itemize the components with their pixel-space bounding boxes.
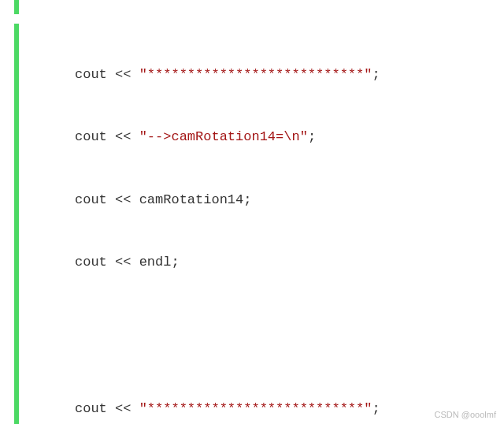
string-literal: "***************************" [139,401,372,416]
semicolon: ; [171,255,179,270]
keyword-cout: cout [75,192,107,207]
code-line: cout << "***************************"; [75,399,380,420]
semicolon: ; [372,67,380,82]
keyword-cout: cout [75,67,107,82]
operator-lshift: << [115,192,131,207]
gutter-segment [14,24,19,424]
code-line: cout << "-->camRotation14=\n"; [75,127,380,148]
keyword-cout: cout [75,255,107,270]
identifier: camRotation14 [139,192,244,207]
keyword-cout: cout [75,129,107,144]
blank-line [75,315,380,337]
watermark: CSDN @ooolmf [435,410,496,419]
code-line: cout << "***************************"; [75,65,380,86]
operator-lshift: << [115,129,131,144]
code-line: cout << endl; [75,252,380,273]
operator-lshift: << [115,67,131,82]
string-literal: "***************************" [139,67,372,82]
keyword-cout: cout [75,401,107,416]
semicolon: ; [372,401,380,416]
string-literal: "-->camRotation14=\n" [139,129,308,144]
code-block: cout << "***************************"; c… [75,2,380,424]
semicolon: ; [308,129,316,144]
operator-lshift: << [115,401,131,416]
gutter-segment [14,0,19,14]
semicolon: ; [243,192,251,207]
keyword-endl: endl [139,255,172,270]
code-line: cout << camRotation14; [75,190,380,211]
change-gutter [14,0,19,424]
operator-lshift: << [115,255,131,270]
